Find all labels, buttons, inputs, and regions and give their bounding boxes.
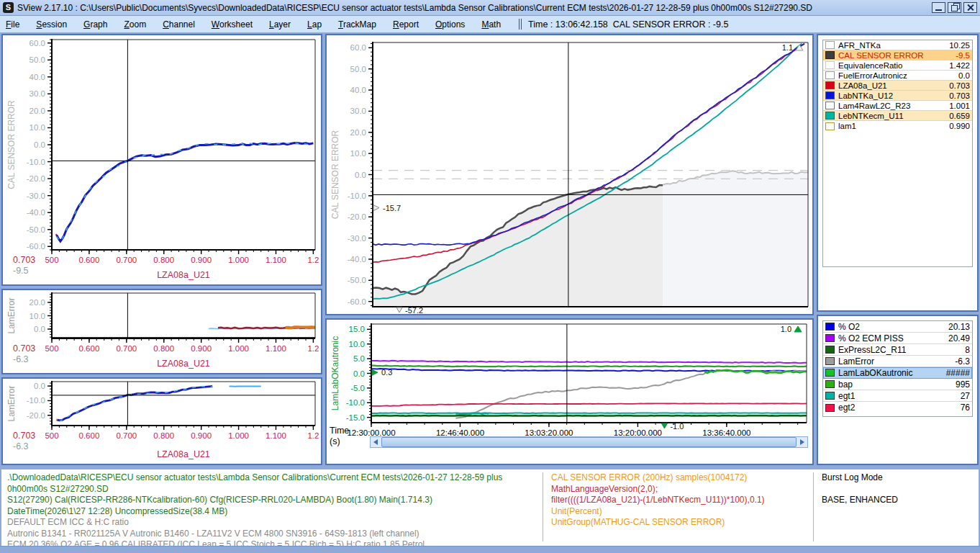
- menu-item-trackmap[interactable]: TrackMap: [338, 19, 376, 30]
- channel-color-swatch: [825, 369, 835, 377]
- menu-item-graph[interactable]: Graph: [83, 19, 107, 30]
- svg-text:-1.0: -1.0: [670, 422, 684, 431]
- svg-text:20.0: 20.0: [30, 107, 45, 115]
- title-bar: S SView 2.17.10 : C:\Users\Public\Docume…: [0, 0, 980, 16]
- menu-item-layer[interactable]: Layer: [269, 19, 291, 30]
- channel-row[interactable]: egt127: [823, 390, 972, 402]
- channel-row[interactable]: AFR_NTKa10.25: [823, 40, 972, 50]
- channel-row[interactable]: CAL SENSOR ERROR-9.5: [823, 50, 972, 60]
- channel-row[interactable]: EquivalenceRatio1.422: [823, 60, 972, 71]
- channel-row[interactable]: FuelErrorAutronicz0.0: [823, 71, 972, 81]
- svg-text:-10.0: -10.0: [348, 192, 366, 200]
- menu-item-channel[interactable]: Channel: [163, 19, 195, 30]
- svg-text:-40.0: -40.0: [348, 255, 366, 264]
- channel-row[interactable]: LabNTKa_U120.703: [823, 91, 972, 101]
- menu-item-lap[interactable]: Lap: [307, 19, 322, 30]
- svg-text:1.000: 1.000: [228, 344, 249, 353]
- close-button[interactable]: [963, 2, 977, 13]
- scroll-right-arrow[interactable]: [797, 437, 807, 447]
- svg-text:LamError: LamError: [6, 385, 17, 421]
- channel-name: % O2: [838, 322, 948, 332]
- channel-list-top: AFR_NTKa10.25CAL SENSOR ERROR-9.5Equival…: [822, 40, 973, 267]
- svg-text:0.800: 0.800: [153, 431, 174, 440]
- svg-text:(s): (s): [330, 436, 340, 446]
- svg-text:500: 500: [45, 431, 58, 440]
- channel-color-swatch: [825, 380, 835, 388]
- panel-lamerror-vs-lambda-2: 0.0-10.0-20.05000.6000.7000.8000.9001.00…: [1, 377, 322, 465]
- channel-value: 0.703: [949, 81, 970, 90]
- channel-value: 0.990: [949, 122, 970, 130]
- channel-value: 995: [956, 379, 970, 390]
- svg-text:-5.0: -5.0: [350, 384, 365, 392]
- svg-text:0.703: 0.703: [13, 255, 35, 265]
- channel-name: LZA08a_U21: [838, 81, 949, 90]
- svg-text:-10.0: -10.0: [27, 158, 45, 166]
- channel-row[interactable]: Lam4RawL2C_R231.001: [823, 101, 972, 111]
- svg-text:1.100: 1.100: [266, 256, 286, 264]
- svg-text:1.1: 1.1: [782, 43, 793, 52]
- minimize-button[interactable]: [932, 2, 945, 13]
- channel-color-swatch: [825, 91, 835, 99]
- svg-text:60.0: 60.0: [30, 39, 45, 48]
- scrollbar-thumb[interactable]: [381, 437, 797, 447]
- svg-text:CAL SENSOR ERROR: CAL SENSOR ERROR: [6, 100, 17, 189]
- svg-text:500: 500: [45, 256, 58, 264]
- svg-text:50.0: 50.0: [30, 55, 45, 64]
- svg-text:0.600: 0.600: [79, 431, 100, 440]
- channel-color-swatch: [825, 81, 835, 89]
- svg-text:-10.0: -10.0: [346, 398, 365, 407]
- svg-text:1.000: 1.000: [228, 431, 249, 440]
- channel-row[interactable]: egt276: [823, 402, 972, 413]
- panel-cal-error-vs-lambda: 60.050.040.030.020.010.00.0-10.0-20.0-30…: [1, 34, 322, 286]
- menu-item-zoom[interactable]: Zoom: [124, 19, 146, 30]
- scroll-left-arrow[interactable]: [371, 437, 381, 447]
- time-scrollbar[interactable]: [370, 436, 808, 448]
- channel-row[interactable]: LamError-6.3: [823, 356, 972, 367]
- svg-text:-6.3: -6.3: [13, 354, 29, 364]
- svg-text:-10.0: -10.0: [27, 396, 45, 405]
- channel-value: 10.25: [949, 41, 970, 50]
- channel-row[interactable]: LZA08a_U210.703: [823, 81, 972, 91]
- svg-text:20.0: 20.0: [30, 298, 45, 307]
- channel-name: bap: [838, 379, 956, 390]
- menu-item-options[interactable]: Options: [435, 19, 465, 30]
- info-line: DateTime(2026\1\27 12:28) UncompressedSi…: [7, 506, 502, 518]
- chart-lamerror-vs-lambda-2[interactable]: 0.0-10.0-20.05000.6000.7000.8000.9001.00…: [3, 379, 321, 464]
- svg-text:50.0: 50.0: [350, 65, 366, 73]
- channel-row[interactable]: ExPressL2C_R118: [823, 344, 972, 356]
- restore-button[interactable]: [948, 2, 961, 13]
- svg-text:10.0: 10.0: [349, 340, 365, 349]
- chart-main-cal-error[interactable]: 60.050.040.030.020.010.00.0-10.0-20.0-30…: [327, 35, 812, 314]
- svg-text:Time: Time: [330, 426, 349, 436]
- channel-row[interactable]: LebNTKecm_U110.659: [823, 111, 972, 121]
- app-icon: S: [3, 2, 14, 13]
- info-line: Burst Log Mode: [822, 472, 898, 484]
- menu-item-math[interactable]: Math: [481, 19, 501, 30]
- channel-name: FuelErrorAutronicz: [838, 71, 958, 80]
- svg-text:10.0: 10.0: [30, 312, 45, 320]
- info-line: S12(27290) Cal(RICESP-RR286-NTKcalibrati…: [7, 495, 502, 506]
- menu-item-worksheet[interactable]: Worksheet: [212, 19, 253, 30]
- menu-item-file[interactable]: File: [6, 19, 19, 30]
- menu-item-report[interactable]: Report: [393, 19, 419, 30]
- svg-text:1.2: 1.2: [307, 431, 319, 440]
- svg-text:1.000: 1.000: [228, 256, 249, 264]
- info-line: UnitGroup(MATHUG-CAL SENSOR ERROR): [551, 517, 765, 529]
- svg-text:-15.0: -15.0: [346, 413, 365, 422]
- channel-row[interactable]: LamLabOKautronic#####: [823, 367, 972, 379]
- channel-value: 0.703: [949, 91, 970, 100]
- panel-channel-list-top: AFR_NTKa10.25CAL SENSOR ERROR-9.5Equival…: [817, 34, 979, 312]
- chart-lamerror-vs-lambda-1[interactable]: 20.010.00.05000.6000.7000.8000.9001.0001…: [3, 290, 321, 373]
- info-line: Autronic B1341 - RR021125A V Autronic B1…: [7, 529, 502, 540]
- channel-name: LebNTKecm_U11: [838, 112, 949, 120]
- channel-row[interactable]: lam10.990: [823, 121, 972, 131]
- channel-row[interactable]: % O2 ECM PISS20.49: [823, 333, 972, 344]
- menu-item-session[interactable]: Session: [36, 19, 67, 30]
- channel-row[interactable]: bap995: [823, 379, 972, 390]
- chart-cal-error-vs-lambda[interactable]: 60.050.040.030.020.010.00.0-10.0-20.0-30…: [3, 35, 321, 284]
- cursor-status: Time : 13:06:42.158 CAL SENSOR ERROR : -…: [528, 19, 728, 30]
- channel-row[interactable]: % O220.13: [823, 321, 972, 333]
- svg-text:-20.0: -20.0: [27, 411, 45, 420]
- channel-color-swatch: [825, 392, 835, 400]
- info-line: DEFAULT ECM ICC & H:C ratio: [7, 517, 502, 529]
